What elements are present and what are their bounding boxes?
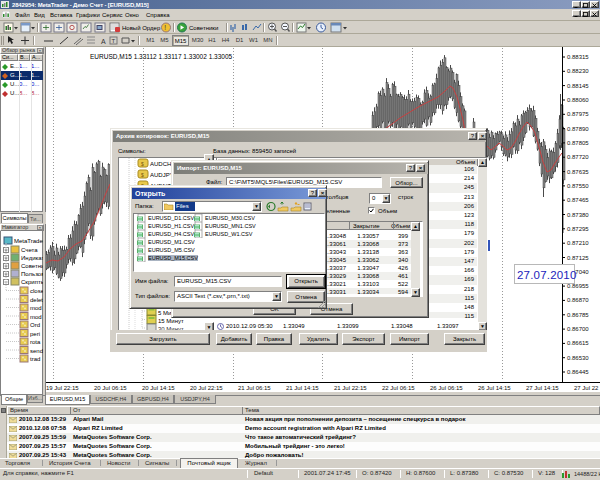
- svg-text:mod: mod: [30, 314, 42, 320]
- svg-text:20 Jul 14:15: 20 Jul 14:15: [142, 385, 175, 391]
- svg-text:15 Минут: 15 Минут: [158, 318, 184, 324]
- svg-text:EURUSD,M15 1.33112 1.33117 1.3: EURUSD,M15 1.33112 1.33117 1.33002 1.330…: [90, 53, 233, 60]
- svg-text:0.87210: 0.87210: [567, 240, 589, 246]
- svg-text:21 Jul 22:15: 21 Jul 22:15: [334, 385, 367, 391]
- svg-text:21 Jul 14:15: 21 Jul 14:15: [286, 385, 319, 391]
- svg-text:0.87380: 0.87380: [567, 212, 589, 218]
- svg-text:Советники: Советники: [189, 25, 218, 31]
- svg-text:$: $: [141, 172, 144, 178]
- svg-text:19 Jul 22:15: 19 Jul 22:15: [46, 385, 79, 391]
- svg-text:peri: peri: [30, 331, 40, 337]
- svg-text:Пользова: Пользова: [21, 271, 43, 277]
- svg-text:20 Jul 06:15: 20 Jul 06:15: [94, 385, 127, 391]
- svg-text:Индикато: Индикато: [21, 255, 43, 261]
- svg-text:22 Jul 06:15: 22 Jul 06:15: [382, 385, 415, 391]
- svg-text:0.86785: 0.86785: [567, 312, 589, 318]
- svg-text:0.86530: 0.86530: [567, 355, 589, 361]
- svg-text:0.88230: 0.88230: [567, 68, 589, 74]
- svg-text:26 Jul 14:15: 26 Jul 14:15: [478, 385, 511, 391]
- svg-text:Скрипты: Скрипты: [21, 279, 43, 285]
- svg-text:rota: rota: [30, 339, 41, 345]
- svg-text:Ord: Ord: [30, 322, 40, 328]
- svg-text:delet: delet: [30, 297, 43, 303]
- svg-text:26 Jul 06:15: 26 Jul 06:15: [430, 385, 463, 391]
- svg-text:close: close: [30, 288, 43, 294]
- svg-text:mod: mod: [30, 305, 42, 311]
- svg-text:0.87550: 0.87550: [567, 183, 589, 189]
- svg-text:Новый Ордер: Новый Ордер: [122, 25, 161, 31]
- svg-text:0.87125: 0.87125: [567, 255, 589, 261]
- svg-text:Советник: Советник: [21, 263, 43, 269]
- svg-text:0.87635: 0.87635: [567, 169, 589, 175]
- svg-text:Счета: Счета: [21, 247, 38, 253]
- svg-text:27.07.2010: 27.07.2010: [517, 269, 577, 281]
- svg-text:0.86870: 0.86870: [567, 297, 589, 303]
- svg-text:0.87720: 0.87720: [567, 154, 589, 160]
- svg-text:0.88315: 0.88315: [567, 54, 589, 60]
- svg-text:27 Jul 22: 27 Jul 22: [574, 385, 599, 391]
- svg-text:0.88145: 0.88145: [567, 83, 589, 89]
- svg-text:21 Jul 06:15: 21 Jul 06:15: [238, 385, 271, 391]
- svg-text:0.87295: 0.87295: [567, 226, 589, 232]
- svg-text:A: A: [101, 38, 106, 45]
- svg-text:$: $: [141, 161, 144, 167]
- svg-text:0.86445: 0.86445: [567, 369, 589, 375]
- svg-text:0.88060: 0.88060: [567, 97, 589, 103]
- svg-text:27 Jul 14:15: 27 Jul 14:15: [526, 385, 559, 391]
- svg-text:MetaTrader: MetaTrader: [14, 238, 43, 244]
- svg-text:0.86700: 0.86700: [567, 326, 589, 332]
- svg-text:0.87805: 0.87805: [567, 140, 589, 146]
- svg-text:!: !: [164, 24, 166, 31]
- svg-text:T: T: [112, 38, 116, 44]
- svg-text:0.87975: 0.87975: [567, 111, 589, 117]
- svg-text:0.87465: 0.87465: [567, 197, 589, 203]
- svg-text:0.87890: 0.87890: [567, 126, 589, 132]
- svg-text:20 Jul 22:15: 20 Jul 22:15: [190, 385, 223, 391]
- svg-text:0.86615: 0.86615: [567, 340, 589, 346]
- svg-text:trad: trad: [30, 356, 40, 362]
- svg-text:send: send: [30, 348, 43, 354]
